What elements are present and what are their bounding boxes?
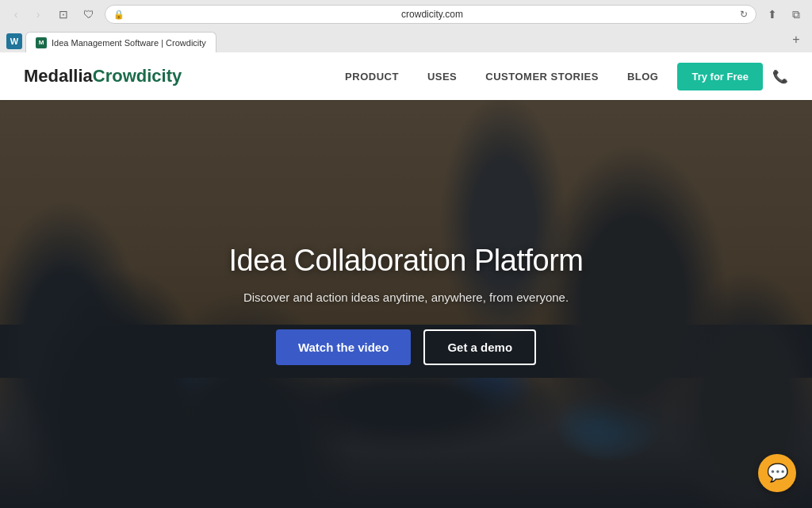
address-bar[interactable]: 🔒 crowdicity.com ↻ xyxy=(105,5,756,24)
nav-customer-stories[interactable]: CUSTOMER STORIES xyxy=(485,71,599,83)
logo-medallia: Medallia xyxy=(24,66,93,87)
nav-uses[interactable]: USES xyxy=(427,71,457,83)
nav-product[interactable]: PRODUCT xyxy=(345,71,399,83)
reload-icon: ↻ xyxy=(740,9,748,20)
lock-icon: 🔒 xyxy=(113,10,124,20)
shield-icon: 🛡 xyxy=(79,5,98,24)
chat-widget[interactable]: 💬 xyxy=(758,454,796,492)
hero-content: Idea Collaboration Platform Discover and… xyxy=(213,244,599,365)
fullscreen-button[interactable]: ⧉ xyxy=(787,5,806,24)
try-for-free-button[interactable]: Try for Free xyxy=(677,63,763,90)
url-text: crowdicity.com xyxy=(129,9,735,20)
phone-button[interactable]: 📞 xyxy=(772,69,788,84)
nav-blog[interactable]: BLOG xyxy=(627,71,659,83)
forward-button[interactable]: › xyxy=(29,5,48,24)
chat-icon: 💬 xyxy=(767,463,788,483)
nav-links: PRODUCT USES CUSTOMER STORIES BLOG xyxy=(345,71,658,83)
hero-title: Idea Collaboration Platform xyxy=(229,244,584,278)
share-button[interactable]: ⬆ xyxy=(763,5,782,24)
tab-title: Idea Management Software | Crowdicity xyxy=(52,38,206,48)
browser-chrome: ‹ › ⊡ 🛡 🔒 crowdicity.com ↻ ⬆ ⧉ W M Idea … xyxy=(0,0,812,52)
get-demo-button[interactable]: Get a demo xyxy=(423,329,536,365)
site-logo[interactable]: Medallia Crowdicity xyxy=(24,66,182,87)
hero-section: Idea Collaboration Platform Discover and… xyxy=(0,100,812,508)
navbar: Medallia Crowdicity PRODUCT USES CUSTOME… xyxy=(0,52,812,100)
active-tab[interactable]: M Idea Management Software | Crowdicity xyxy=(25,32,216,52)
website-content: Medallia Crowdicity PRODUCT USES CUSTOME… xyxy=(0,52,812,508)
wordpress-favicon: W xyxy=(6,33,22,49)
layout-button[interactable]: ⊡ xyxy=(54,5,73,24)
tab-favicon: M xyxy=(36,37,47,48)
watch-video-button[interactable]: Watch the video xyxy=(276,329,411,365)
hero-subtitle: Discover and action ideas anytime, anywh… xyxy=(229,291,584,304)
new-tab-button[interactable]: + xyxy=(787,30,806,49)
logo-crowdicity: Crowdicity xyxy=(93,66,182,87)
hero-buttons: Watch the video Get a demo xyxy=(229,329,584,365)
back-button[interactable]: ‹ xyxy=(6,5,25,24)
